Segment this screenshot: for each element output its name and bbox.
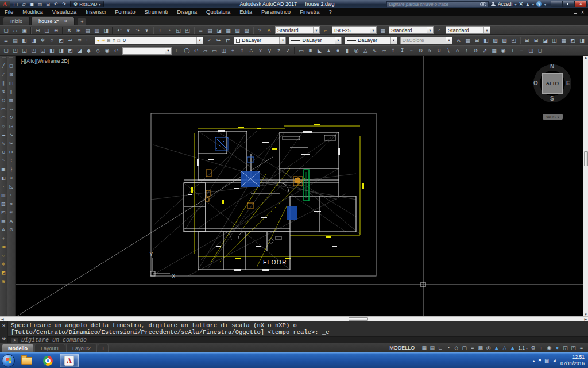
chamfer-icon[interactable]: ◺ <box>8 183 15 190</box>
cylinder-icon[interactable]: ▮ <box>343 47 351 55</box>
polysolid-icon[interactable]: ▭ <box>297 47 305 55</box>
open-icon[interactable]: ▱ <box>11 26 20 34</box>
dim-style-combo[interactable]: ISO-25 ▼ <box>332 26 377 34</box>
array-icon[interactable]: ▦ <box>8 97 15 104</box>
group-edit-icon[interactable]: ◪ <box>541 37 550 44</box>
menu-icon[interactable]: ≡ <box>578 344 585 352</box>
arc-icon[interactable]: ◠ <box>0 114 7 121</box>
layer-properties-icon[interactable]: ≣ <box>196 26 205 34</box>
pyramid-icon[interactable]: △ <box>361 47 370 55</box>
design-center-icon[interactable]: ▦ <box>224 26 233 34</box>
chevron-down-icon[interactable]: ▾ <box>544 2 546 6</box>
ucs-origin-icon[interactable]: + <box>229 47 237 55</box>
layer-combo[interactable]: ●☀⊟⊓□ 0 ▼ <box>95 37 203 44</box>
right-view-icon[interactable]: ◲ <box>38 47 47 55</box>
chevron-down-icon[interactable]: ▼ <box>390 37 397 44</box>
polygon-icon[interactable]: ◇ <box>0 97 7 104</box>
break-at-point-icon[interactable]: ∶ <box>8 157 15 164</box>
save-icon[interactable]: ▣ <box>20 26 29 34</box>
exchange-apps-icon[interactable]: ✕ <box>519 1 524 7</box>
menu-help[interactable]: ? <box>324 8 336 16</box>
fillet-icon[interactable]: ◜ <box>8 191 15 199</box>
menu-edita[interactable]: Edita <box>235 8 257 16</box>
selection-cycling-icon[interactable]: ◎ <box>485 344 492 352</box>
chevron-down-icon[interactable]: ▼ <box>335 37 341 44</box>
menu-finestra[interactable]: Finestra <box>295 8 324 16</box>
zoom-previous-icon[interactable]: ◰ <box>183 26 192 34</box>
properties-icon[interactable]: ◪ <box>215 26 223 34</box>
save-as-icon[interactable]: ▤ <box>36 1 44 7</box>
make-current-icon[interactable]: ✓ <box>205 37 214 44</box>
open-icon[interactable]: ▱ <box>20 1 28 7</box>
system-variable-monitor-icon[interactable]: ◉ <box>546 344 553 352</box>
action-center-icon[interactable]: ⚑ <box>537 358 541 363</box>
model-space-button[interactable]: MODELLO <box>387 344 417 351</box>
flatshot-icon[interactable]: ◻ <box>536 47 544 55</box>
cut-icon[interactable]: ✕ <box>65 26 74 34</box>
minimize-button[interactable]: — <box>551 1 563 7</box>
helix-icon[interactable]: ∿ <box>370 47 379 55</box>
layer-off-icon[interactable]: ○ <box>0 252 7 259</box>
multiline-text-icon[interactable]: A <box>0 226 7 233</box>
draworder-back-icon[interactable]: ◨ <box>578 37 586 44</box>
zoom-realtime-icon[interactable]: ◔ <box>165 26 173 34</box>
add-layout-button[interactable]: + <box>98 344 109 352</box>
hatch-icon[interactable]: ▨ <box>491 37 500 44</box>
chevron-down-icon[interactable]: ▼ <box>279 37 285 44</box>
ne-iso-icon[interactable]: ◆ <box>84 47 93 55</box>
table-icon[interactable]: ▦ <box>463 37 472 44</box>
stretch-icon[interactable]: ↘ <box>8 131 15 139</box>
viewcube-top-face[interactable]: ALTO <box>542 73 563 94</box>
layer-isolate-icon[interactable]: ◧ <box>20 37 29 44</box>
group-icon[interactable]: ⊞ <box>523 37 531 44</box>
new-icon[interactable]: ▢ <box>2 26 10 34</box>
ucs-z-icon[interactable]: z <box>274 47 283 55</box>
drawing-viewport[interactable]: [-][Alto][Wireframe 2D] <box>16 56 583 316</box>
group-selection-icon[interactable]: ◫ <box>550 37 559 44</box>
front-view-icon[interactable]: ◧ <box>48 47 56 55</box>
undo-icon[interactable]: ↶ <box>52 1 60 7</box>
layer-match-icon[interactable]: ≔ <box>0 243 7 251</box>
copy-icon[interactable]: ⊞ <box>74 26 83 34</box>
file-tab[interactable]: Inizio <box>3 17 30 25</box>
layer-walk-icon[interactable]: ≋ <box>75 37 84 44</box>
clean-screen-icon[interactable]: ◳ <box>570 344 577 352</box>
workspace-switcher[interactable]: ⚙ RitaCAD ▾ <box>70 1 104 7</box>
autoscale-icon[interactable]: △ <box>501 344 508 352</box>
viewcube-east[interactable]: E <box>566 80 570 86</box>
redo-icon[interactable]: ↷ <box>133 26 142 34</box>
layer-unisolate-icon[interactable]: ◨ <box>29 37 38 44</box>
signin-button[interactable]: Accedi <box>498 1 513 7</box>
lineweight-combo[interactable]: DaLayer ▼ <box>345 37 397 44</box>
start-button[interactable] <box>2 354 15 367</box>
a360-icon[interactable]: ▲ <box>525 2 530 7</box>
bottom-view-icon[interactable]: ◱ <box>20 47 29 55</box>
text-icon[interactable]: A <box>454 37 463 44</box>
viewcube-north[interactable]: N <box>550 63 554 70</box>
redo-icon[interactable]: ↷ <box>60 1 68 7</box>
block-editor-icon[interactable]: ◧ <box>482 37 490 44</box>
new-icon[interactable]: ▢ <box>12 1 20 7</box>
isolate-objects-icon[interactable]: ◱ <box>562 344 569 352</box>
camera-icon[interactable]: ◉ <box>103 47 111 55</box>
make-block-icon[interactable]: ◧ <box>0 174 7 182</box>
extend-icon[interactable]: ↦ <box>8 148 15 156</box>
line-icon[interactable]: ╱ <box>0 62 7 70</box>
left-view-icon[interactable]: ◳ <box>29 47 38 55</box>
paste-block-icon[interactable]: ▥ <box>92 26 101 34</box>
3d-move-icon[interactable]: ↕ <box>462 47 471 55</box>
layout-tab-modello[interactable]: Modello <box>2 344 34 352</box>
point-style-icon[interactable]: ⊙ <box>8 226 15 233</box>
presspull-icon[interactable]: ↧ <box>398 47 407 55</box>
paste-icon[interactable]: ▤ <box>83 26 92 34</box>
wedge-icon[interactable]: ◣ <box>315 47 324 55</box>
wrench-icon[interactable]: ⚒ <box>2 336 6 342</box>
layer-states-icon[interactable]: ▤ <box>11 37 20 44</box>
autocad-app-menu-icon[interactable]: A <box>0 1 10 8</box>
named-view-combo[interactable]: ▼ <box>122 47 172 55</box>
layer-match-icon[interactable]: ≔ <box>84 37 93 44</box>
search-input[interactable] <box>389 2 480 7</box>
polyline-icon[interactable]: ↯ <box>0 88 7 95</box>
ungroup-icon[interactable]: ⊟ <box>532 37 540 44</box>
transparency-icon[interactable]: ▩ <box>477 344 484 352</box>
